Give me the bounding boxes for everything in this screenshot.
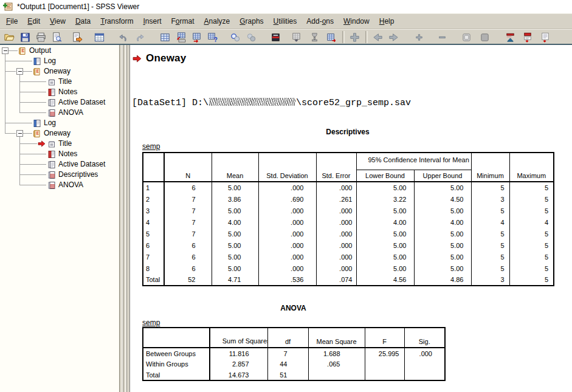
tree-item-notes[interactable]: Notes [0, 87, 119, 97]
tree-item-title[interactable]: Title [0, 77, 119, 87]
tree-item-label: Title [58, 77, 72, 87]
tree-item-notes[interactable]: Notes [0, 149, 119, 159]
undo-button[interactable] [116, 30, 131, 44]
menu-analyze[interactable]: Analyze [199, 15, 235, 27]
tree-item-anova[interactable]: ANOVA [0, 180, 119, 190]
move-to-top-icon [505, 32, 516, 43]
insert-data-object-button[interactable] [324, 30, 339, 44]
cell-value: 4.00 [356, 216, 414, 228]
tree-item-active-dataset[interactable]: Active Dataset [0, 97, 119, 108]
open-file-button[interactable] [2, 30, 17, 44]
cell-value: 5.00 [414, 263, 471, 274]
cell-value: .000 [316, 239, 356, 251]
use-variable-sets-button[interactable] [205, 30, 220, 44]
menu-graphs[interactable]: Graphs [235, 15, 268, 27]
save-button[interactable] [18, 30, 33, 44]
find-button[interactable] [228, 30, 243, 44]
tree-connector [19, 143, 37, 144]
cell-value: .065 [308, 359, 365, 370]
replace-button[interactable] [244, 30, 259, 44]
redacted-path-scribble [209, 98, 295, 106]
menu-data[interactable]: Data [71, 15, 95, 27]
column-header: N [164, 153, 212, 182]
menu-utilities[interactable]: Utilities [269, 15, 302, 27]
collapse-expander[interactable] [16, 130, 23, 137]
cell-value: 25.995 [365, 348, 404, 359]
demote-outline-button[interactable] [386, 30, 401, 44]
tree-item-anova[interactable]: ANOVA [0, 108, 119, 118]
print-preview-button[interactable] [49, 30, 64, 44]
tree-item-descriptives[interactable]: Descriptives [0, 170, 119, 180]
cell-value: 7 [164, 216, 212, 228]
collapse-expander[interactable] [16, 68, 23, 75]
goto-case-button[interactable] [173, 30, 188, 44]
table-row: 375.00.000.0005.005.0055 [143, 205, 554, 216]
goto-data-icon [159, 32, 171, 43]
export-output-icon [72, 32, 83, 43]
tree-connector [19, 92, 46, 92]
hide-output-button[interactable] [477, 30, 492, 44]
select-last-output-button[interactable] [268, 30, 283, 44]
cell-value: 5.00 [356, 251, 414, 263]
cell-value: 5.00 [356, 205, 414, 216]
tree-item-oneway[interactable]: Oneway [0, 66, 119, 77]
insert-heading-button[interactable] [520, 30, 535, 44]
pane-splitter[interactable] [120, 45, 129, 392]
title-icon [47, 140, 56, 148]
cell-value: 5.00 [414, 228, 471, 239]
menu-edit[interactable]: Edit [22, 15, 45, 27]
spss-app-icon [2, 2, 13, 12]
export-output-button[interactable] [70, 30, 85, 44]
tree-item-active-dataset[interactable]: Active Dataset [0, 159, 119, 170]
spss-viewer-window: *Output1 [Document1] - SPSS Viewer FileE… [0, 0, 572, 392]
show-output-button[interactable] [459, 30, 474, 44]
tree-item-label: Oneway [44, 128, 71, 139]
menu-transform[interactable]: Transform [95, 15, 138, 27]
descriptives-table[interactable]: N Mean Std. Deviation Std. Error 95% Con… [142, 152, 554, 286]
cell-value: .000 [258, 263, 316, 274]
goto-data-button[interactable] [157, 30, 173, 44]
collapse-outline-button[interactable] [435, 30, 450, 44]
redo-button[interactable] [132, 30, 147, 44]
output-content-pane: Oneway [DataSet1] D:\\score52_grp_semp.s… [129, 45, 572, 392]
promote-outline-button[interactable] [370, 30, 385, 44]
cell-value: 44 [267, 359, 308, 370]
column-header: Sum of Squares [210, 328, 267, 348]
cell-value: 5.00 [356, 263, 414, 274]
cell-value: 5.00 [356, 239, 414, 251]
menu-help[interactable]: Help [374, 15, 399, 27]
tree-item-log[interactable]: Log [0, 56, 119, 66]
goto-output-item-button[interactable] [289, 30, 304, 44]
move-to-top-button[interactable] [503, 30, 518, 44]
tree-item-title[interactable]: Title [0, 139, 119, 149]
goto-data-editor-button[interactable] [92, 30, 107, 44]
anova-table[interactable]: Sum of Squares df Mean Square F Sig. Bet… [142, 327, 446, 381]
column-header: Minimum [471, 153, 509, 182]
tree-item-label: Log [44, 56, 56, 66]
menu-add-ons[interactable]: Add-ons [302, 15, 339, 27]
menu-insert[interactable]: Insert [138, 15, 166, 27]
print-button[interactable] [33, 30, 49, 44]
expand-outline-button[interactable] [412, 30, 427, 44]
tree-connector [5, 123, 32, 123]
title-icon [47, 78, 56, 86]
descriptives-title: Descriptives [142, 128, 553, 136]
table-row: 474.00.000.0004.004.0044 [143, 216, 554, 228]
cell-value: 5 [471, 239, 509, 251]
menu-window[interactable]: Window [339, 15, 374, 27]
insert-text-button[interactable] [537, 30, 553, 44]
goto-output-item-icon [291, 32, 302, 43]
menu-format[interactable]: Format [167, 15, 199, 27]
tree-item-output[interactable]: Output [0, 46, 119, 56]
insert-outline-item-button[interactable] [347, 30, 362, 44]
menu-view[interactable]: View [45, 15, 71, 27]
tree-item-oneway[interactable]: Oneway [0, 128, 119, 139]
menu-file[interactable]: File [1, 15, 22, 27]
collapse-expander[interactable] [2, 47, 9, 54]
variables-button[interactable] [189, 30, 204, 44]
cell-value: .690 [258, 193, 316, 205]
tree-connector [19, 81, 46, 82]
tree-item-log[interactable]: Log [0, 118, 119, 128]
designate-window-button[interactable] [307, 30, 322, 44]
cell-value: 5.00 [414, 239, 471, 251]
